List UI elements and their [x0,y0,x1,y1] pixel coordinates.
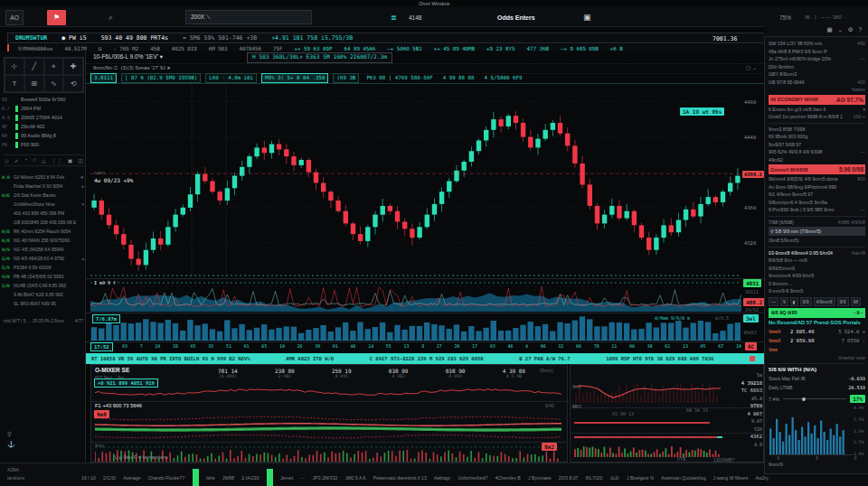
indicator-segment[interactable]: 4 99 88 88 [440,74,477,82]
detail-row[interactable]: 9/8mm/pm6 4 9mm/5 9m/9a [769,199,865,207]
form-field[interactable]: 8/9/5/8 9/m — m/9 [769,257,865,265]
symbol-list-row[interactable]: 4.0 Gil Wilson 6250 8 94 Feb ★ [2,173,84,182]
status-item[interactable]: Ju2r [610,475,619,481]
status-item[interactable]: Asterisan Quicketrlog [661,475,705,481]
user-icon[interactable]: ⚲ [7,431,15,438]
order-control[interactable]: 9 [780,297,788,306]
submit-button[interactable]: 9/8 9Q 9/85- 9 - [769,308,865,318]
status-item[interactable]: Unfortreched7 [458,475,487,481]
drawing-tool-icon[interactable]: ⌖ [44,58,64,75]
symbol-selector[interactable]: 10-F6L/006-L 9.0% '1EV' ▾ [93,53,163,61]
symbol-list-row[interactable]: 9.8b BbA7 K28 9.85 99Z [2,290,84,299]
symbol-list-row[interactable]: 4/9 NG 4/5 (94258 K4 95940 [2,245,84,254]
news-row[interactable]: Gmk0 1m pm/mm 9998-8 m 8/9/8 1190 + [769,113,865,121]
window-menu-button[interactable]: AO [5,10,24,25]
status-item[interactable] [267,469,273,486]
symbol-list-row[interactable]: 2/0 NU4B (S4/5 C49 8.85 993 [2,281,84,290]
orders-label[interactable]: Odds Enters [497,14,535,21]
sidebar-mini-icon[interactable]: ▣ [68,157,73,164]
news-row[interactable]: 6 Emsm 6m g/3 ml/8 then 6▾ [769,106,865,114]
indicator-segment[interactable]: M9% 3( 5+ 8 04 .350 [261,73,328,83]
drawing-tool-icon[interactable]: ✚ [63,58,83,75]
status-item[interactable]: Aebtagr [434,475,450,481]
sidebar-window-icons[interactable]: ▦ ⌄ ⚙ ? [827,26,863,33]
position-row[interactable]: 9mm8 2 959.98 7 8550 - [769,336,865,345]
symbol-list-row[interactable]: GB 9003845 208 439 295-08 E [2,218,84,227]
status-item[interactable]: 20/3 8.07 [559,475,579,481]
drawing-tool-icon[interactable]: ⊹ [5,58,24,75]
symbol-list-row[interactable]: GridWrenShots Nine ▾ [2,200,84,209]
stat-row[interactable]: 9m9/97 9/68 97 [769,141,865,149]
selected-row[interactable]: ⚲ 5/8 9/9 mm (7/9mm/5) [769,227,865,236]
sidebar-mini-icon[interactable]: ◔ [24,157,28,164]
status-item[interactable]: 2/C/3I [103,475,116,481]
indicator-segment[interactable]: L60 · 4.8m i0i [205,73,257,83]
price-axis[interactable]: 448044404400436043204398.2 [741,84,764,278]
symbol-list-row[interactable]: 9/0 PB 4B (S4/5/6/5 00 5993 [2,272,84,281]
watchlist-row[interactable]: FK F60 900 [2,140,84,149]
symbol-list-row[interactable]: Frida Wachtel 9 93 9054 ▸ [2,182,84,191]
stat-row[interactable]: 905 62% 49/9 8 4/9 6/998— [769,148,865,156]
symbol-list-row[interactable]: 0/8 NG 40YMAN 258 90975090 [2,236,84,245]
status-item[interactable]: 16 I 10 [81,475,96,481]
status-item[interactable]: Aw2ry [756,475,769,481]
form-field[interactable]: 9 9mm/m ⌄ [769,280,865,288]
status-item[interactable]: J wang W Moers [713,475,749,481]
detail-row[interactable]: 9 Pm/999 9mb | 9 9/5 985 9mm— [769,206,865,214]
stat-row[interactable]: 69 95mb 903 600g [769,133,865,141]
order-control[interactable]: 9/9 [800,297,812,306]
gauge-handle[interactable] [802,397,806,401]
symbol-list-row[interactable]: 5/9 PS384 9 59 43008 [2,263,84,272]
status-item[interactable]: Average [123,475,140,481]
stat-row[interactable]: 49m92 [769,156,865,164]
symbol-list-row[interactable]: 0/8 RK 40mm 8254 Rauch 9054 [2,227,84,236]
detail-row[interactable]: 9b/mm4 9/8(5/9) 4/9 9mm5 dome800 [769,175,865,183]
news-row[interactable]: Jn 275ml m5/90% bridge 20%— [769,55,865,63]
status-item[interactable]: J Bynmaes [528,475,552,481]
sidebar-mini-icon[interactable]: ○ [33,157,36,164]
economy-alert-row[interactable]: 49 ECONOMY WAIMAG 97.7% [769,95,865,105]
status-item[interactable]: ⋯ [300,475,305,481]
form-field[interactable]: 9-mm/9-8 9mm5 [769,287,865,295]
detail-row[interactable]: An 9mm 98/9mg 9/Prb/mm4 999 [769,183,865,192]
news-row[interactable]: SW 154 L/3Y 98 60% m/s490 [769,40,865,48]
status-item[interactable]: JM0.5 A 6 [345,475,366,481]
watchlist-row[interactable]: 9F 29mW 402 [2,122,84,131]
order-control[interactable]: — [769,297,778,306]
indicator-segment[interactable]: (69 3B [333,73,359,83]
order-control[interactable]: 98 [851,297,862,306]
watchlist-row[interactable]: 02 Brews4 500w 6r'060 [2,95,84,104]
order-control[interactable]: 9/9 [837,297,849,306]
symbol-list-row[interactable]: 2/0 NS 4/5 494/28 K0 4 9790 ▴ [2,254,84,263]
position-row[interactable]: 9mm [769,345,865,354]
status-item[interactable]: 8/L7/2I0 [586,475,603,481]
indicator-segment[interactable]: 4 5/5800 6F9 [482,74,525,82]
watchlist-row[interactable]: 0./ 2664 PM [2,104,84,113]
news-row[interactable]: GB 97/8 95-9946400 [769,79,865,87]
status-item[interactable]: Ishe [206,475,215,481]
status-item[interactable]: Jemet [280,475,293,481]
stat-row[interactable]: 9mm3 8/58 7/098 [769,126,865,134]
symbol-list-row[interactable]: SL 9R3 89A7 K89 95 [2,299,84,308]
position-row[interactable]: 9mm8 2 805.48 5 824.0 + [769,327,865,336]
news-row[interactable]: DNr-9mithm [769,63,865,71]
search-icon[interactable]: ⌕ [108,13,113,23]
status-item[interactable]: Chands-Fluxke77 [148,475,185,481]
indicator-segment[interactable]: 3.8111 [90,73,117,83]
sidebar-mini-icon[interactable]: ◇ [5,157,9,164]
watchlist-row[interactable]: 0.5 20665 27004 4014 [2,113,84,122]
form-field[interactable]: 9/99/5/mm/9 [769,265,865,273]
status-item[interactable]: 4Chemley B [495,475,520,481]
zoom-level[interactable]: 75% [779,14,791,21]
form-field[interactable]: 9mm/mm4 4/99 6/m/5 [769,272,865,280]
indicator-segment[interactable]: P63 88 | 4769 580-56F [363,74,435,82]
drawing-tool-icon[interactable]: ∿ [44,75,64,92]
drawing-tool-icon[interactable]: T [5,75,24,92]
second-alert-row[interactable]: Gmms4 854/8285.96 0/98 [769,164,865,174]
news-row[interactable]: 45a 46/8 8 PM/3 9/9 6mm P [769,48,865,56]
chart-subheader-text[interactable]: 9mm/9m C· ⟨3⟩⟨3⟩ 5xmas '1?' 9J ➤ [93,65,171,70]
drawing-tool-icon[interactable]: ⊞ [24,75,44,92]
indicator-segment[interactable]: | 87 6 (02.9 5M9 1959B) [121,73,201,83]
sidebar-mini-icon[interactable]: △ [42,157,46,164]
alert-button[interactable]: ⚑ [47,10,66,25]
